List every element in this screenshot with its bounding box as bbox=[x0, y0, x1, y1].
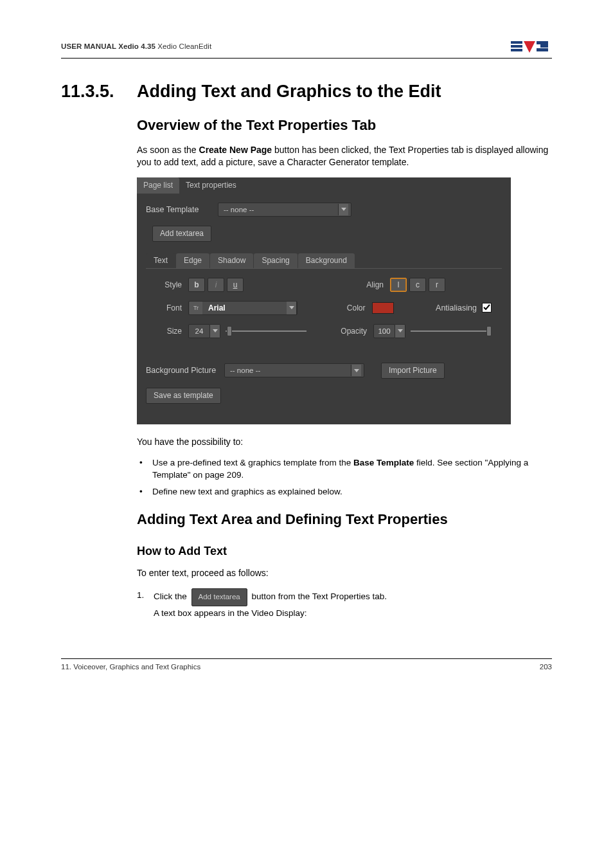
subtab-background[interactable]: Background bbox=[298, 253, 355, 268]
truetype-icon: Tr bbox=[190, 302, 202, 314]
add-textarea-inline-button: Add textarea bbox=[191, 588, 247, 606]
howto-heading: How to Add Text bbox=[137, 545, 552, 558]
svg-rect-4 bbox=[537, 41, 548, 44]
svg-rect-2 bbox=[511, 49, 522, 51]
tab-text-properties[interactable]: Text properties bbox=[179, 177, 243, 194]
add-textarea-button[interactable]: Add textarea bbox=[152, 226, 211, 242]
bold-button[interactable]: b bbox=[188, 278, 205, 292]
chevron-down-icon bbox=[351, 365, 361, 376]
step-item: 1. Click the Add textarea button from th… bbox=[137, 588, 552, 620]
style-label: Style bbox=[156, 280, 188, 289]
antialiasing-checkbox[interactable] bbox=[482, 303, 492, 312]
footer-page-number: 203 bbox=[540, 663, 552, 671]
antialiasing-label: Antialiasing bbox=[436, 303, 477, 312]
save-as-template-button[interactable]: Save as template bbox=[146, 388, 221, 404]
possibility-text: You have the possibility to: bbox=[137, 436, 552, 448]
opacity-dropdown-button[interactable] bbox=[395, 324, 405, 338]
chevron-down-icon bbox=[287, 301, 297, 315]
background-picture-label: Background Picture bbox=[146, 366, 224, 375]
header-text: USER MANUAL Xedio 4.35 Xedio CleanEdit bbox=[61, 42, 211, 50]
svg-marker-3 bbox=[524, 41, 535, 53]
align-left-button[interactable]: l bbox=[390, 278, 407, 292]
subsection-heading-overview: Overview of the Text Properties Tab bbox=[137, 117, 552, 134]
bullet-item: Define new text and graphics as explaine… bbox=[139, 486, 552, 498]
evs-logo bbox=[511, 39, 552, 54]
bullet-item: Use a pre-defined text & graphics templa… bbox=[139, 457, 552, 482]
align-center-button[interactable]: c bbox=[409, 278, 426, 292]
svg-rect-1 bbox=[511, 45, 522, 48]
size-label: Size bbox=[156, 327, 188, 336]
svg-rect-5 bbox=[540, 44, 548, 48]
text-properties-panel: Page list Text properties Base Template … bbox=[137, 177, 511, 424]
opacity-slider[interactable] bbox=[411, 324, 492, 338]
base-template-select[interactable]: -- none -- bbox=[218, 203, 351, 217]
tab-page-list[interactable]: Page list bbox=[137, 177, 179, 194]
import-picture-button[interactable]: Import Picture bbox=[381, 363, 445, 379]
section-heading: 11.3.5. Adding Text and Graphics to the … bbox=[61, 82, 552, 102]
subsection-heading-adding: Adding Text Area and Defining Text Prope… bbox=[137, 511, 552, 528]
subtab-edge[interactable]: Edge bbox=[176, 253, 209, 268]
footer-chapter: 11. Voiceover, Graphics and Text Graphic… bbox=[61, 663, 200, 671]
background-picture-select[interactable]: -- none -- bbox=[224, 363, 364, 377]
base-template-label: Base Template bbox=[146, 205, 218, 214]
size-slider[interactable] bbox=[226, 324, 306, 338]
color-swatch[interactable] bbox=[372, 302, 394, 314]
underline-button[interactable]: u bbox=[227, 278, 244, 292]
intro-paragraph: As soon as the Create New Page button ha… bbox=[137, 144, 552, 168]
svg-rect-0 bbox=[511, 41, 522, 44]
opacity-input[interactable]: 100 bbox=[373, 324, 395, 338]
align-label: Align bbox=[358, 280, 390, 289]
font-select[interactable]: Tr Arial bbox=[188, 301, 298, 315]
color-label: Color bbox=[340, 303, 372, 312]
svg-rect-6 bbox=[537, 48, 548, 51]
size-input[interactable]: 24 bbox=[188, 324, 210, 338]
subtab-text[interactable]: Text bbox=[146, 253, 175, 268]
subtab-spacing[interactable]: Spacing bbox=[254, 253, 297, 268]
howto-intro: To enter text, proceed as follows: bbox=[137, 567, 552, 579]
align-right-button[interactable]: r bbox=[429, 278, 445, 292]
subtab-shadow[interactable]: Shadow bbox=[210, 253, 253, 268]
italic-button[interactable]: i bbox=[208, 278, 224, 292]
opacity-label: Opacity bbox=[335, 327, 373, 336]
font-label: Font bbox=[156, 303, 188, 312]
chevron-down-icon bbox=[338, 204, 348, 215]
size-dropdown-button[interactable] bbox=[210, 324, 220, 338]
